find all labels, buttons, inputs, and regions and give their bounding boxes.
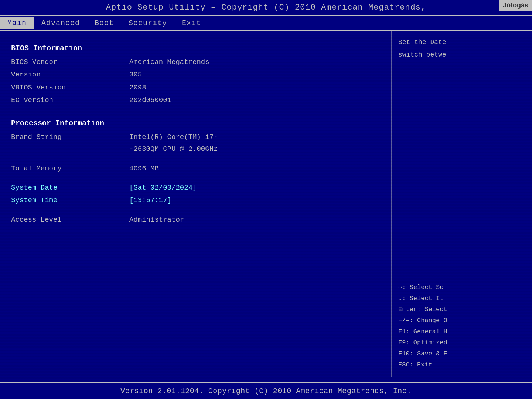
help-key-2: Enter: Select (398, 304, 525, 315)
system-time-row[interactable]: System Time [13:57:17] (11, 194, 380, 206)
menu-item-main[interactable]: Main (0, 17, 34, 29)
brand-string-label: Brand String (11, 131, 129, 155)
bios-vendor-value: American Megatrends (129, 56, 209, 68)
total-memory-row: Total Memory 4096 MB (11, 163, 380, 174)
bios-version-value: 305 (129, 69, 142, 81)
menu-item-advanced[interactable]: Advanced (34, 17, 87, 29)
main-panel: BIOS Information BIOS Vendor American Me… (0, 31, 392, 377)
bios-vendor-row: BIOS Vendor American Megatrends (11, 56, 380, 68)
system-time-value[interactable]: [13:57:17] (129, 194, 171, 206)
ec-version-label: EC Version (11, 94, 129, 106)
help-top-line2: switch betwe (398, 50, 525, 61)
bios-section-header: BIOS Information (11, 42, 380, 55)
help-key-0: ↔: Select Sc (398, 282, 525, 293)
status-bar: Version 2.01.1204. Copyright (C) 2010 Am… (0, 382, 532, 399)
system-date-label: System Date (11, 182, 129, 194)
help-key-3: +/–: Change O (398, 316, 525, 326)
vbios-version-label: VBIOS Version (11, 82, 129, 93)
help-top-line1: Set the Date (398, 37, 525, 48)
brand-string-value: Intel(R) Core(TM) i7- -2630QM CPU @ 2.00… (129, 131, 218, 155)
watermark-label: Jófogás (499, 0, 532, 11)
bios-version-row: Version 305 (11, 69, 380, 81)
bios-vendor-label: BIOS Vendor (11, 56, 129, 68)
menu-item-boot[interactable]: Boot (87, 17, 121, 29)
title-bar: Aptio Setup Utility – Copyright (C) 2010… (0, 0, 532, 16)
ec-version-value: 202d050001 (129, 94, 171, 106)
menu-bar: Main Advanced Boot Security Exit (0, 16, 532, 31)
system-date-row[interactable]: System Date [Sat 02/03/2024] (11, 182, 380, 194)
access-level-row: Access Level Administrator (11, 214, 380, 226)
total-memory-label: Total Memory (11, 163, 129, 174)
help-keys: ↔: Select Sc ↕: Select It Enter: Select … (398, 282, 525, 371)
help-key-1: ↕: Select It (398, 293, 525, 304)
access-level-value: Administrator (129, 214, 184, 226)
vbios-version-value: 2098 (129, 82, 146, 93)
access-level-label: Access Level (11, 214, 129, 226)
processor-section-header: Processor Information (11, 117, 380, 130)
ec-version-row: EC Version 202d050001 (11, 94, 380, 106)
menu-item-security[interactable]: Security (121, 17, 174, 29)
bios-version-label: Version (11, 69, 129, 81)
help-key-6: F10: Save & E (398, 349, 525, 359)
help-key-4: F1: General H (398, 327, 525, 337)
help-panel: Set the Date switch betwe ↔: Select Sc ↕… (392, 31, 532, 377)
system-time-label: System Time (11, 194, 129, 206)
help-key-5: F9: Optimized (398, 338, 525, 348)
menu-item-exit[interactable]: Exit (174, 17, 208, 29)
system-date-value[interactable]: [Sat 02/03/2024] (129, 182, 197, 194)
brand-string-row: Brand String Intel(R) Core(TM) i7- -2630… (11, 131, 380, 155)
total-memory-value: 4096 MB (129, 163, 159, 174)
content-area: BIOS Information BIOS Vendor American Me… (0, 31, 532, 377)
help-key-7: ESC: Exit (398, 360, 525, 370)
vbios-version-row: VBIOS Version 2098 (11, 82, 380, 93)
